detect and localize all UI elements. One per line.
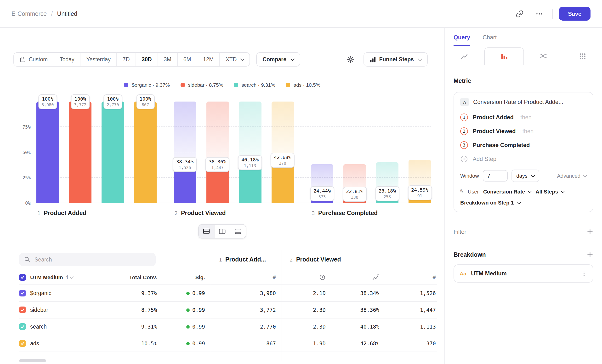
chart-table-divider <box>0 231 444 231</box>
bar-converted-area <box>69 102 91 203</box>
funnel-bar-search[interactable]: 40.18%1,113 <box>239 102 261 203</box>
date-range-6m[interactable]: 6M <box>178 53 197 66</box>
legend-item[interactable]: $organic · 9.37% <box>124 82 170 88</box>
row-name-cell[interactable]: $organic <box>19 285 115 302</box>
layout-bottom-panel-icon[interactable] <box>230 225 246 238</box>
breadcrumb-parent[interactable]: E-Commerce <box>11 10 47 17</box>
step-number-badge: 1 <box>460 113 468 121</box>
conv-rate-value: 40.18% <box>360 323 379 330</box>
calendar-icon <box>20 56 26 63</box>
date-range-3m[interactable]: 3M <box>158 53 178 66</box>
grid-chart-icon[interactable] <box>563 47 602 65</box>
funnel-bar-organic[interactable]: 24.44%373 <box>311 102 333 203</box>
bar-count: 330 <box>346 195 363 200</box>
funnel-bar-search[interactable]: 23.18%258 <box>376 102 398 203</box>
funnel-bar-sidebar[interactable]: 22.81%330 <box>343 102 366 203</box>
metric-title[interactable]: Conversion Rate of Product Adde... <box>473 99 563 105</box>
date-range-7d[interactable]: 7D <box>117 53 136 66</box>
funnel-chart-icon[interactable] <box>484 47 524 65</box>
metric-step-3[interactable]: 3Purchase Completed <box>460 138 587 152</box>
gear-icon[interactable] <box>344 53 357 66</box>
select-all-checkbox[interactable] <box>19 274 26 280</box>
date-range-yesterday[interactable]: Yesterday <box>81 53 117 66</box>
kebab-menu-icon[interactable] <box>581 270 587 277</box>
funnel-bar-organic[interactable]: 100%3,980 <box>36 102 59 203</box>
funnel-bar-sidebar[interactable]: 38.36%1,447 <box>206 102 229 203</box>
row-name-cell[interactable]: search <box>19 319 115 335</box>
step2-count: 370 <box>426 340 436 346</box>
bar-unconverted-area <box>271 102 294 160</box>
measure-row: % User Conversion Rate All Steps <box>460 188 587 194</box>
window-value-input[interactable] <box>483 170 508 182</box>
legend-item[interactable]: sidebar · 8.75% <box>180 82 223 88</box>
y-axis-tick: 0% <box>25 200 31 206</box>
date-range-30d[interactable]: 30D <box>136 53 158 66</box>
compare-button[interactable]: Compare <box>256 52 300 67</box>
funnel-step-group: 38.34%1,52638.36%1,44740.18%1,11342.68%3… <box>174 102 294 216</box>
window-unit-select[interactable]: days <box>512 170 539 182</box>
row-name-cell[interactable]: sidebar <box>19 302 115 319</box>
date-range-label: 7D <box>123 56 129 62</box>
date-range-today[interactable]: Today <box>54 53 80 66</box>
view-type-button[interactable]: Funnel Steps <box>364 52 428 67</box>
funnel-bar-ads[interactable]: 42.68%370 <box>271 102 294 203</box>
tab-query[interactable]: Query <box>453 34 470 46</box>
bar-count: 1,526 <box>176 165 194 170</box>
total-conv-value: 10.5% <box>141 340 157 346</box>
funnel-bar-search[interactable]: 100%2,770 <box>102 102 124 203</box>
line-chart-icon[interactable] <box>445 47 484 65</box>
row-total-conv: 9.31% <box>115 319 163 335</box>
bar-unconverted-area <box>239 102 261 162</box>
bar-value-label: 100%3,980 <box>38 94 57 109</box>
window-label: Window <box>460 173 479 179</box>
row-checkbox[interactable] <box>19 340 26 347</box>
add-step-button[interactable]: Add Step <box>460 152 587 166</box>
funnel-plot: 100%3,980100%3,772100%2,770100%8671Produ… <box>36 102 431 216</box>
table-search-cell <box>19 249 211 270</box>
add-filter-icon[interactable] <box>587 228 593 235</box>
measure-metric-select[interactable]: Conversion Rate <box>483 188 531 194</box>
metric-step-label: Purchase Completed <box>473 141 530 148</box>
save-button[interactable]: Save <box>559 7 591 21</box>
date-range-12m[interactable]: 12M <box>197 53 220 66</box>
metric-step-2[interactable]: 2Product Viewedthen <box>460 124 587 138</box>
row-checkbox[interactable] <box>19 290 26 297</box>
query-panel: Query Chart Metric A Conversion Rate of … <box>445 28 602 364</box>
more-options-icon[interactable] <box>533 7 546 20</box>
row-checkbox[interactable] <box>19 307 26 313</box>
step2-count: 1,113 <box>420 323 436 330</box>
funnel-bar-ads[interactable]: 100%867 <box>134 102 157 203</box>
row-pv-pct: 40.18% <box>331 319 385 335</box>
breadcrumb-current[interactable]: Untitled <box>57 10 77 17</box>
row-checkbox[interactable] <box>19 323 26 330</box>
breakdown-item[interactable]: Aa UTM Medium <box>453 264 593 283</box>
date-range-custom[interactable]: Custom <box>14 53 54 66</box>
tab-chart[interactable]: Chart <box>483 34 497 46</box>
layout-split-horizontal-icon[interactable] <box>199 225 215 238</box>
funnel-bar-sidebar[interactable]: 100%3,772 <box>69 102 91 203</box>
add-breakdown-icon[interactable] <box>587 251 593 258</box>
share-link-icon[interactable] <box>513 7 526 20</box>
row-pv-time: 2.1D <box>282 285 331 302</box>
legend-item[interactable]: search · 9.31% <box>234 82 275 88</box>
selector-label[interactable]: UTM Medium <box>30 274 63 280</box>
advanced-toggle[interactable]: Advanced <box>557 173 587 179</box>
bar-value-label: 100%2,770 <box>103 94 122 109</box>
y-axis-tick: 25% <box>22 175 31 180</box>
row-step1-count: 3,980 <box>211 285 282 302</box>
date-range-xtd[interactable]: XTD <box>220 53 249 66</box>
search-input[interactable] <box>19 253 156 266</box>
row-pv-count: 1,447 <box>385 302 437 319</box>
funnel-bar-ads[interactable]: 24.59%91 <box>408 102 431 203</box>
layout-split-vertical-icon[interactable] <box>215 225 230 238</box>
row-pv-time: 1.9D <box>282 335 331 352</box>
legend-item[interactable]: ads · 10.5% <box>286 82 320 88</box>
metric-step-1[interactable]: 1Product Addedthen <box>460 110 587 124</box>
significance-dot <box>186 291 189 295</box>
flow-chart-icon[interactable] <box>524 47 563 65</box>
row-name-cell[interactable]: ads <box>19 335 115 352</box>
horizontal-scrollbar-thumb[interactable] <box>19 359 46 362</box>
breakdown-on-select[interactable]: Breakdown on Step 1 <box>460 200 587 205</box>
measure-scope-select[interactable]: All Steps <box>536 188 564 194</box>
funnel-bar-organic[interactable]: 38.34%1,526 <box>174 102 196 203</box>
